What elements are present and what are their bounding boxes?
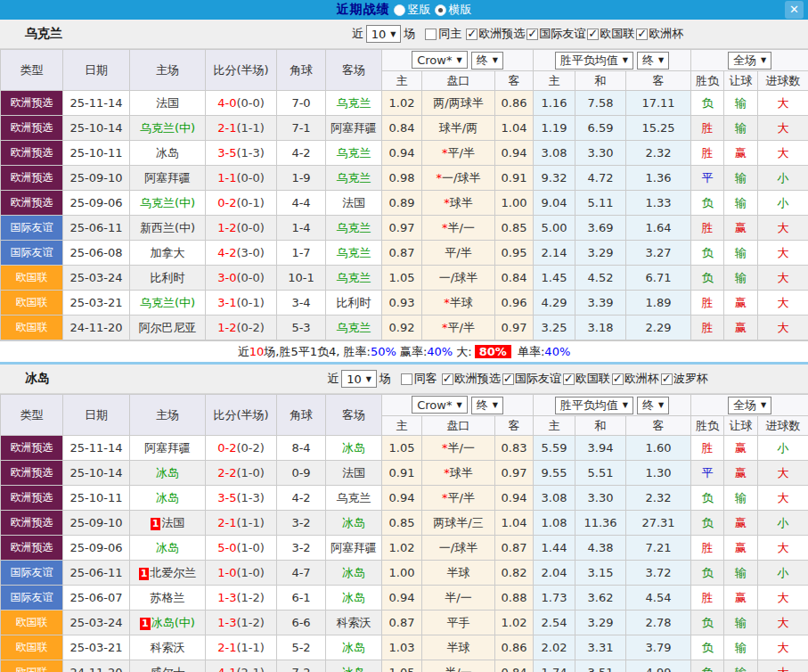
competition-filter[interactable]: 欧洲预选: [440, 371, 501, 387]
final-avg-select[interactable]: 终 ▼: [637, 52, 669, 70]
checkbox-checked-icon[interactable]: [502, 373, 514, 385]
handicap-value: 一/球半: [442, 171, 480, 184]
competition-filter-label: 国际友谊: [539, 26, 585, 42]
layout-radio-vertical[interactable]: 竖版: [394, 2, 431, 18]
recent-count-value: 10: [347, 373, 362, 386]
checkbox-checked-icon[interactable]: [612, 373, 624, 385]
fulltime-score: 1-3: [217, 616, 236, 629]
scope-select[interactable]: 全场 ▼: [728, 52, 771, 70]
col-header-wdl: 胜负: [691, 416, 724, 436]
cell-result-wdl: 负: [691, 561, 724, 586]
cell-corners: 8-4: [277, 436, 326, 461]
recent-count-select[interactable]: 10 ▼: [366, 25, 402, 43]
checkbox-checked-icon[interactable]: [661, 373, 673, 385]
close-icon[interactable]: ✕: [785, 1, 804, 19]
competition-filter[interactable]: 欧国联: [561, 371, 610, 387]
section-ukraine: 乌克兰 近 10 ▼ 场 同主 欧洲预选 国际友谊: [0, 20, 808, 362]
handicap-value: 半球: [450, 296, 473, 309]
final-odds-select[interactable]: 终 ▼: [471, 52, 503, 70]
handicap-value: 半球: [447, 641, 470, 654]
layout-radio-horizontal[interactable]: 横版: [435, 2, 472, 18]
filter-bar: 近 10 ▼ 场 同主 欧洲预选 国际友谊: [352, 25, 687, 43]
cell-away-team: 冰岛: [326, 635, 382, 660]
cell-result-handicap: 输: [724, 116, 758, 141]
handicap-value: 一/球半: [439, 271, 477, 284]
avg-select[interactable]: 胜平负均值 ▼: [555, 52, 633, 70]
checkbox-checked-icon[interactable]: [526, 29, 538, 40]
cell-away-team: 乌克兰: [326, 241, 382, 266]
cell-home-odds: 1.05: [382, 266, 422, 291]
final-avg-select[interactable]: 终 ▼: [637, 397, 669, 414]
competition-filter[interactable]: 欧洲杯: [634, 26, 683, 42]
away-team-name: 冰岛: [342, 441, 365, 455]
cell-competition-type: 欧洲预选: [1, 191, 63, 216]
cell-home-odds: 0.85: [382, 511, 422, 536]
scope-select[interactable]: 全场 ▼: [728, 397, 771, 414]
competition-filter[interactable]: 国际友谊: [501, 371, 561, 387]
halftime-score: (1-1): [236, 516, 264, 529]
cell-away-team: 比利时: [326, 291, 382, 316]
bookmaker-select[interactable]: Crow* ▼: [412, 396, 467, 414]
checkbox-checked-icon[interactable]: [442, 373, 453, 385]
cell-date: 25-09-10: [63, 511, 130, 536]
checkbox-checked-icon[interactable]: [466, 29, 477, 40]
table-row: 国际友谊 25-06-11 新西兰(中) 1-2(0-0) 1-4 乌克兰 0.…: [1, 216, 808, 241]
handicap-value: 两球半/三: [433, 516, 483, 529]
cell-avg-away: 2.32: [626, 486, 691, 511]
scope-group-header: 全场 ▼: [691, 50, 808, 71]
cell-home-odds: 0.84: [382, 116, 422, 141]
cell-away-team: 乌克兰: [326, 216, 382, 241]
cell-corners: 7-2: [277, 660, 326, 672]
competition-filter[interactable]: 欧洲杯: [610, 371, 659, 387]
cell-avg-away: 27.31: [626, 511, 691, 536]
table-row: 欧洲预选 25-09-10 阿塞拜疆 1-1(0-0) 1-9 乌克兰 0.98…: [1, 166, 808, 191]
home-team-name: 加拿大: [151, 246, 185, 259]
table-row: 欧国联 25-03-21 科索沃 2-1(1-1) 5-2 冰岛 1.03 半球…: [1, 635, 808, 660]
cell-home-odds: 0.87: [382, 241, 422, 266]
avg-select[interactable]: 胜平负均值 ▼: [555, 397, 633, 414]
cell-handicap: *平/半: [422, 316, 495, 340]
halftime-score: (1-3): [236, 491, 264, 504]
final-odds-select[interactable]: 终 ▼: [471, 397, 503, 414]
cell-competition-type: 欧洲预选: [1, 536, 63, 561]
cell-avg-draw: 3.29: [575, 611, 626, 635]
away-team-name: 乌克兰: [337, 491, 371, 504]
cell-home-odds: 0.94: [382, 586, 422, 611]
competition-filter[interactable]: 欧洲预选: [464, 26, 525, 42]
title-bar: 近期战绩 竖版 横版 ✕: [0, 0, 808, 20]
checkbox-checked-icon[interactable]: [587, 29, 599, 40]
fulltime-score: 1-3: [217, 591, 236, 604]
halftime-score: (0-2): [236, 441, 264, 455]
competition-filter[interactable]: 欧国联: [585, 26, 634, 42]
cell-avg-draw: 11.36: [575, 511, 626, 536]
cell-handicap: 一/球半: [422, 266, 495, 291]
chevron-down-icon: ▼: [761, 56, 766, 64]
competition-filter[interactable]: 波罗杯: [659, 371, 708, 387]
cell-date: 25-09-10: [63, 166, 130, 191]
final-odds-select-value: 终: [477, 53, 488, 69]
cell-handicap: 球半/两: [422, 116, 495, 141]
home-team-name: 科索沃: [151, 641, 185, 654]
fulltime-score: 0-2: [217, 196, 236, 209]
cell-avg-away: 1.64: [626, 216, 691, 241]
competition-filter-label: 波罗杯: [673, 371, 708, 387]
cell-date: 25-09-06: [63, 191, 130, 216]
cell-result-handicap: 赢: [724, 511, 758, 536]
cell-score: 4-2(3-0): [206, 241, 277, 266]
checkbox-checked-icon[interactable]: [636, 29, 648, 40]
home-team-name: 新西兰(中): [140, 221, 195, 234]
cell-date: 24-11-20: [63, 316, 130, 340]
chevron-down-icon: ▼: [390, 30, 396, 38]
competition-filter[interactable]: 国际友谊: [525, 26, 585, 42]
same-home-checkbox[interactable]: [425, 29, 437, 40]
cell-avg-away: 4.99: [626, 660, 691, 672]
cell-score: 4-0(0-0): [206, 91, 277, 116]
same-away-checkbox[interactable]: [401, 373, 412, 385]
checkbox-checked-icon[interactable]: [563, 373, 575, 385]
recent-count-value: 10: [371, 28, 387, 41]
cell-away-team: 法国: [326, 191, 382, 216]
recent-count-select[interactable]: 10 ▼: [341, 370, 377, 388]
halftime-score: (1-1): [236, 641, 264, 654]
fulltime-score: 2-1: [217, 641, 236, 654]
bookmaker-select[interactable]: Crow* ▼: [412, 51, 467, 69]
